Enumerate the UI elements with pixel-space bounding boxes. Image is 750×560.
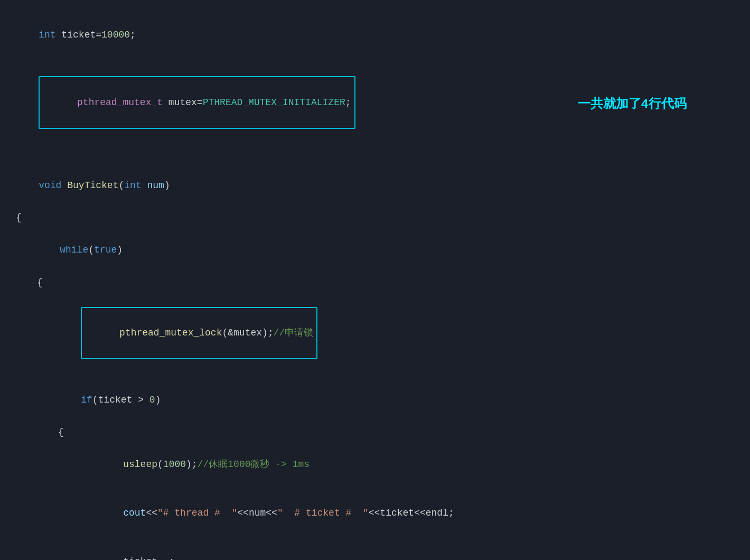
kw-if: if — [81, 395, 92, 405]
num-zero: 0 — [149, 395, 155, 405]
line-open-brace-func: { — [16, 210, 734, 226]
fn-usleep: usleep — [123, 459, 157, 470]
str-thread: "# thread # " — [157, 508, 237, 518]
macro-initializer: PTHREAD_MUTEX_INITIALIZER — [203, 97, 345, 108]
var-cout: cout — [123, 508, 146, 518]
str-ticket: " # ticket # " — [277, 508, 369, 518]
comment-usleep: //休眠1000微秒 -> 1ms — [198, 459, 310, 470]
mutex-lock-box: pthread_mutex_lock(&mutex);//申请锁 — [81, 307, 317, 360]
fn-mutex-lock: pthread_mutex_lock — [119, 328, 222, 338]
line-cout: cout<<"# thread # "<<num<<" # ticket # "… — [16, 489, 734, 537]
line-open-brace-if: { — [16, 424, 734, 441]
annotation-text: 一共就加了4行代码 — [578, 95, 687, 112]
line-ticket: int ticket=10000; — [16, 11, 734, 59]
line-if: if(ticket > 0) — [16, 376, 734, 424]
line-usleep: usleep(1000);//休眠1000微秒 -> 1ms — [16, 440, 734, 489]
comment-lock: //申请锁 — [274, 328, 314, 338]
kw-int: int — [39, 30, 55, 40]
fn-buyticket: BuyTicket — [67, 180, 118, 191]
line-while: while(true) — [16, 226, 734, 275]
line-func-sig: void BuyTicket(int num) — [16, 161, 734, 210]
num-1000: 1000 — [163, 459, 186, 470]
mutex-init-box: pthread_mutex_t mutex=PTHREAD_MUTEX_INIT… — [39, 76, 355, 129]
kw-true: true — [94, 245, 117, 255]
line-mutex-lock: pthread_mutex_lock(&mutex);//申请锁 — [16, 291, 734, 376]
line-open-brace-while: { — [16, 275, 734, 291]
kw-void: void — [39, 180, 61, 191]
kw-while: while — [60, 245, 88, 255]
code-block: int ticket=10000; pthread_mutex_t mutex=… — [16, 11, 734, 560]
kw-pthread-mutex-t: pthread_mutex_t — [77, 97, 163, 108]
num-10000: 10000 — [101, 30, 130, 40]
kw-int2: int — [124, 180, 141, 191]
var-num: num — [142, 180, 164, 191]
blank-line-1 — [16, 145, 734, 162]
line-ticket-dec: ticket--; — [16, 537, 734, 560]
